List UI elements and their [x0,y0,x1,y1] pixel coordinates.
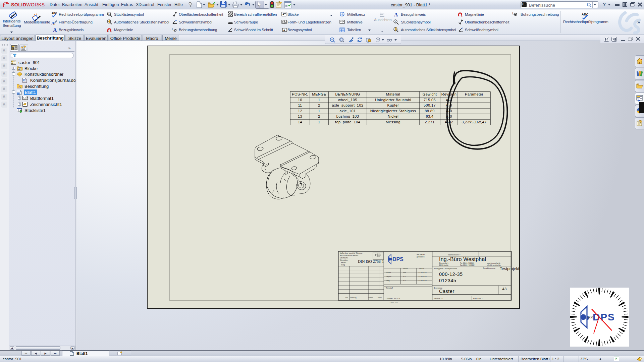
svg-text:1: 1 [108,12,110,15]
svg-text:A: A [282,13,284,16]
svg-text:A: A [53,27,57,33]
svg-text:A: A [18,68,20,70]
svg-text:1: 1 [395,20,396,23]
svg-text:A: A [394,12,398,17]
svg-text:A: A [283,29,285,32]
svg-text:A: A [18,85,21,88]
svg-text:ABC: ABC [52,12,57,15]
svg-text:W: W [23,79,25,81]
svg-text:DPS: DPS [392,256,404,262]
